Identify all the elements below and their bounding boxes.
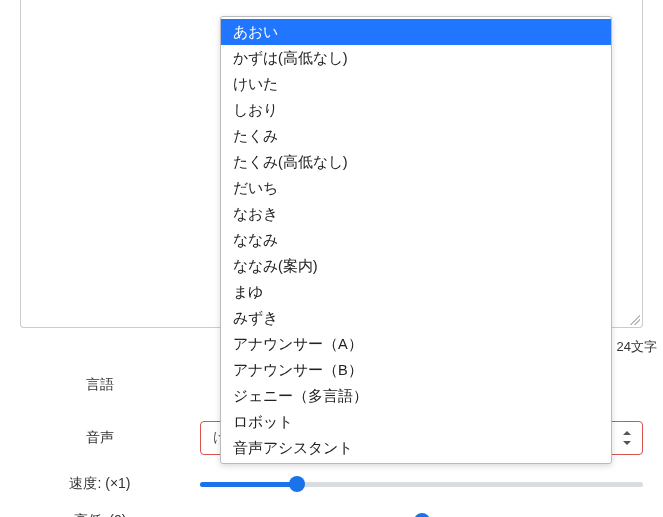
row-pitch: 高低: (0) — [0, 509, 643, 517]
char-count: 24文字 — [617, 338, 657, 356]
dropdown-option[interactable]: しおり — [221, 97, 611, 123]
dropdown-option[interactable]: アナウンサー（A） — [221, 331, 611, 357]
voice-dropdown[interactable]: あおいかずは(高低なし)けいたしおりたくみたくみ(高低なし)だいちなおきななみな… — [220, 16, 612, 464]
pitch-slider[interactable] — [200, 512, 643, 517]
slider-fill — [200, 482, 297, 487]
dropdown-option[interactable]: だいち — [221, 175, 611, 201]
label-pitch: 高低: (0) — [0, 512, 200, 517]
row-speed: 速度: (×1) — [0, 472, 643, 496]
dropdown-option[interactable]: たくみ(高低なし) — [221, 149, 611, 175]
dropdown-option[interactable]: かずは(高低なし) — [221, 45, 611, 71]
dropdown-option[interactable]: まゆ — [221, 279, 611, 305]
dropdown-option[interactable]: あおい — [221, 19, 611, 45]
slider-thumb[interactable] — [289, 476, 305, 492]
dropdown-option[interactable]: アナウンサー（B） — [221, 357, 611, 383]
dropdown-option[interactable]: ジェニー（多言語） — [221, 383, 611, 409]
dropdown-option[interactable]: ロボット — [221, 409, 611, 435]
dropdown-option[interactable]: ななみ — [221, 227, 611, 253]
updown-icon — [622, 431, 632, 445]
dropdown-option[interactable]: けいた — [221, 71, 611, 97]
dropdown-option[interactable]: たくみ — [221, 123, 611, 149]
label-language: 言語 — [0, 376, 200, 394]
dropdown-option[interactable]: みずき — [221, 305, 611, 331]
dropdown-option[interactable]: なおき — [221, 201, 611, 227]
speed-slider[interactable] — [200, 475, 643, 493]
label-voice: 音声 — [0, 429, 200, 447]
dropdown-option[interactable]: 音声アシスタント — [221, 435, 611, 461]
slider-thumb[interactable] — [414, 513, 430, 517]
dropdown-option[interactable]: ななみ(案内) — [221, 253, 611, 279]
label-speed: 速度: (×1) — [0, 475, 200, 493]
